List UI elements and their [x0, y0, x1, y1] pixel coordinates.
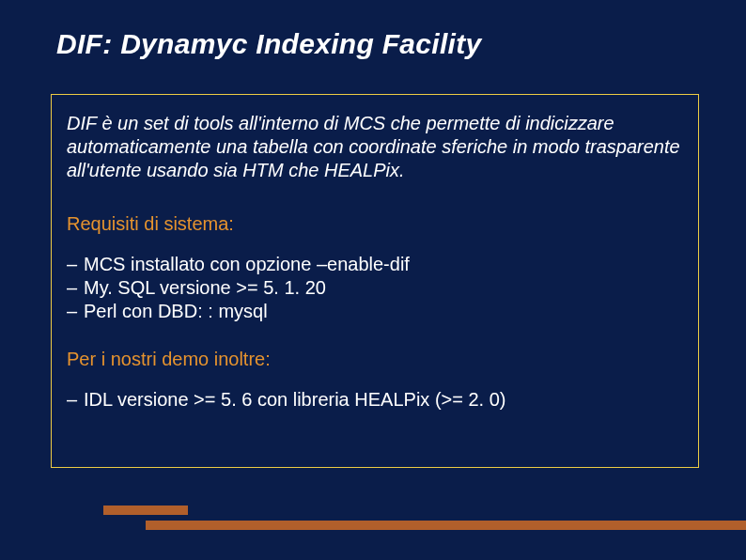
ruler-segment-icon: [146, 521, 746, 530]
list-item: – MCS installato con opzione –enable-dif: [67, 253, 683, 276]
intro-paragraph: DIF è un set di tools all'interno di MCS…: [67, 112, 683, 182]
bullet-dash-icon: –: [67, 300, 84, 323]
slide-title: DIF: Dynamyc Indexing Facility: [56, 28, 481, 60]
bullet-dash-icon: –: [67, 388, 84, 412]
ruler-segment-icon: [103, 506, 188, 515]
bullet-dash-icon: –: [67, 253, 84, 276]
list-item-text: MCS installato con opzione –enable-dif: [84, 253, 410, 276]
list-item: – Perl con DBD: : mysql: [67, 300, 683, 323]
slide: DIF: Dynamyc Indexing Facility DIF è un …: [0, 0, 746, 560]
demo-label: Per i nostri demo inoltre:: [67, 348, 683, 371]
content-box: DIF è un set di tools all'interno di MCS…: [51, 94, 699, 468]
requirements-label: Requisiti di sistema:: [67, 212, 683, 236]
footer-ruler: [0, 506, 746, 534]
list-item-text: My. SQL versione >= 5. 1. 20: [84, 276, 326, 300]
list-item: – IDL versione >= 5. 6 con libreria HEAL…: [67, 388, 683, 412]
bullet-dash-icon: –: [67, 276, 84, 300]
list-item-text: Perl con DBD: : mysql: [84, 300, 268, 323]
list-item: – My. SQL versione >= 5. 1. 20: [67, 276, 683, 300]
requirements-list: – MCS installato con opzione –enable-dif…: [67, 253, 683, 323]
demo-list: – IDL versione >= 5. 6 con libreria HEAL…: [67, 388, 683, 412]
list-item-text: IDL versione >= 5. 6 con libreria HEALPi…: [84, 388, 505, 412]
